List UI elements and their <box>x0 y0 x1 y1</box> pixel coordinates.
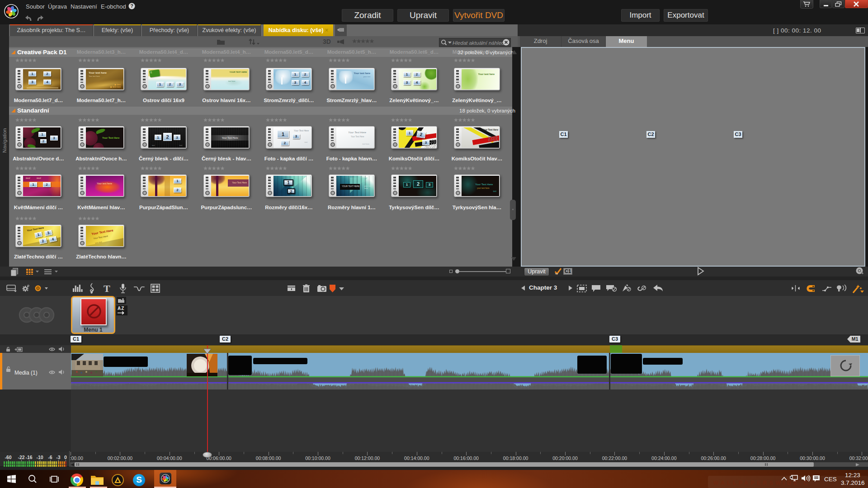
svg-text:?: ? <box>130 3 133 9</box>
